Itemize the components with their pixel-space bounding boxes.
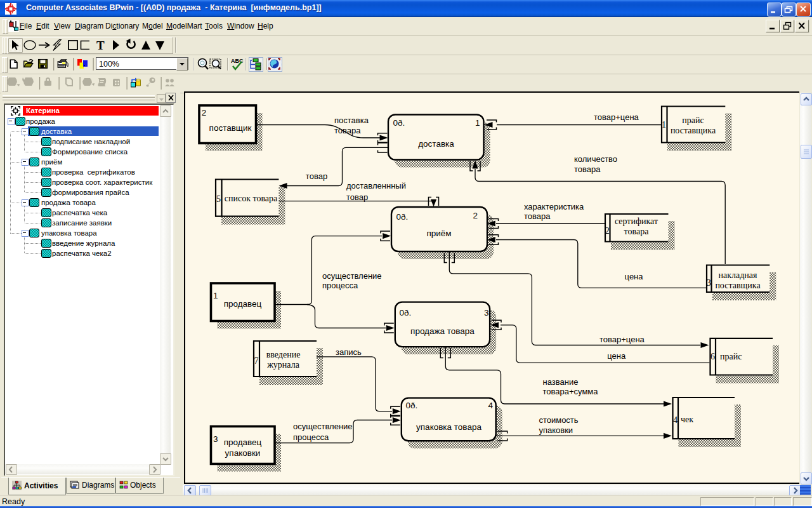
svg-text:приём: приём <box>426 229 451 238</box>
svg-text:ABC: ABC <box>231 58 244 64</box>
svg-text:4: 4 <box>488 401 493 410</box>
svg-text:1: 1 <box>662 120 666 130</box>
svg-text:3: 3 <box>213 434 218 444</box>
svg-text:количество: количество <box>574 154 617 164</box>
svg-text:доставка: доставка <box>418 139 454 149</box>
svg-text:название: название <box>543 377 579 387</box>
svg-text:товара: товара <box>524 211 551 221</box>
svg-text:цена: цена <box>625 272 644 281</box>
svg-text:чек: чек <box>681 415 693 424</box>
svg-text:доставленнный: доставленнный <box>346 181 406 190</box>
svg-text:2: 2 <box>473 211 478 220</box>
svg-text:характеристика: характеристика <box>524 202 584 211</box>
svg-text:прайс: прайс <box>720 352 742 361</box>
svg-text:T: T <box>96 39 105 52</box>
svg-text:0ð.: 0ð. <box>406 401 418 410</box>
svg-text:6: 6 <box>710 352 715 361</box>
svg-text:поставщик: поставщик <box>209 123 252 133</box>
svg-text:товар: товар <box>306 171 327 181</box>
svg-text:товар+цена: товар+цена <box>599 335 645 344</box>
svg-text:поставка: поставка <box>334 116 369 125</box>
svg-text:процесса: процесса <box>322 281 358 290</box>
svg-text:упаковки: упаковки <box>539 425 573 435</box>
svg-text:сертификат: сертификат <box>615 217 658 226</box>
svg-text:товар+цена: товар+цена <box>594 112 639 122</box>
svg-text:0ð.: 0ð. <box>393 118 405 128</box>
svg-text:1: 1 <box>213 291 218 300</box>
svg-text:введение: введение <box>266 350 301 359</box>
svg-text:3: 3 <box>484 308 489 318</box>
svg-text:осуществление: осуществление <box>322 271 382 281</box>
svg-text:0ð.: 0ð. <box>396 212 409 222</box>
svg-text:накладная: накладная <box>719 271 758 280</box>
svg-text:поставщика: поставщика <box>671 126 716 135</box>
svg-text:товара+сумма: товара+сумма <box>543 387 599 396</box>
svg-text:журнала: журнала <box>266 360 299 370</box>
svg-text:1: 1 <box>475 118 480 128</box>
svg-text:запись: запись <box>336 347 362 357</box>
svg-text:упаковки: упаковки <box>225 448 261 458</box>
svg-text:7: 7 <box>254 356 259 366</box>
svg-text:0ð.: 0ð. <box>400 308 412 318</box>
svg-text:товар: товар <box>346 192 368 202</box>
svg-text:цена: цена <box>607 351 626 361</box>
svg-text:товара: товара <box>624 227 650 236</box>
svg-text:2: 2 <box>202 108 207 117</box>
svg-text:осуществление: осуществление <box>293 422 353 431</box>
svg-text:список товара: список товара <box>225 194 278 203</box>
svg-text:4: 4 <box>673 415 678 425</box>
svg-text:продавец: продавец <box>224 299 262 309</box>
svg-text:2: 2 <box>605 226 610 236</box>
svg-text:товара: товара <box>574 164 601 174</box>
svg-text:процесса: процесса <box>293 432 329 442</box>
svg-text:продавец: продавец <box>224 438 262 447</box>
svg-text:поставщика: поставщика <box>715 281 761 290</box>
svg-text:5: 5 <box>216 194 221 204</box>
svg-text:упаковка товара: упаковка товара <box>416 422 481 432</box>
svg-text:прайс: прайс <box>682 116 704 125</box>
svg-text:3: 3 <box>707 278 711 288</box>
svg-text:товара: товара <box>334 126 361 135</box>
svg-text:стоимость: стоимость <box>539 415 578 425</box>
svg-text:продажа товара: продажа товара <box>410 326 475 336</box>
